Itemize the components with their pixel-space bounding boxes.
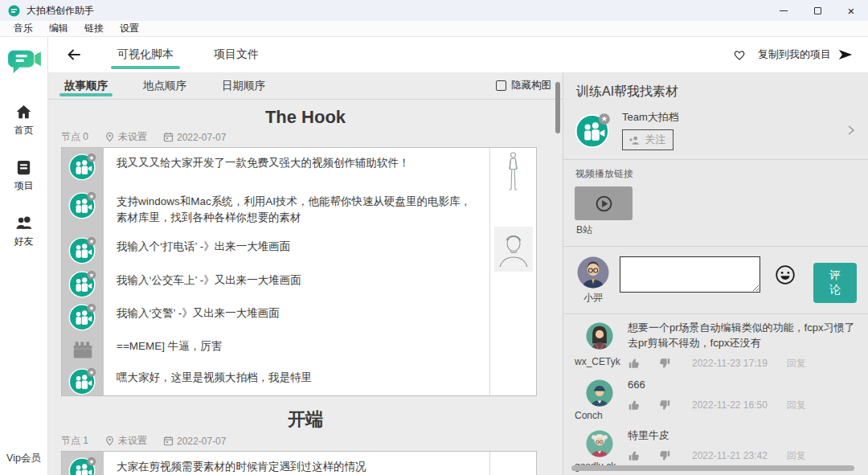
platform-label: B站 (576, 223, 857, 237)
line-avatar-cell (62, 452, 104, 475)
friends-icon (14, 214, 33, 232)
tab-story-order[interactable]: 故事顺序 (64, 72, 108, 99)
line-text: 嘿大家好，这里是视频大拍档，我是特里 (104, 362, 536, 395)
chevron-right-icon[interactable] (845, 123, 857, 137)
minimize-icon (780, 10, 788, 11)
minimize-button[interactable] (767, 0, 800, 21)
commenter-name: Conch (575, 410, 624, 421)
sidebar-item-projects[interactable]: 项目 (14, 158, 34, 193)
sidebar: 首页 项目 好友 Vip会员 (0, 37, 48, 475)
video-links-label: 视频播放链接 (575, 167, 857, 181)
back-button[interactable] (66, 46, 84, 63)
comment-timestamp: 2022-11-21 23:42 (692, 450, 768, 461)
window-controls: × (767, 0, 868, 21)
hide-composition-toggle: 隐藏构图 (496, 79, 551, 92)
reply-link[interactable]: 回复 (787, 357, 806, 371)
sidebar-item-label: 项目 (14, 179, 34, 193)
menu-bar: 音乐 编辑 链接 设置 (0, 21, 868, 37)
location-value: 未设置 (118, 130, 147, 144)
line-text: 大家在剪视频需要素材的时候肯定遇到过这样的情况 (104, 452, 536, 475)
team-avatar-icon (68, 269, 97, 298)
author-row: Team大拍档 关注 (575, 110, 857, 150)
menu-settings[interactable]: 设置 (113, 21, 146, 36)
maximize-button[interactable] (800, 0, 834, 21)
line-text: 我输入‘交警’ -》又出来一大堆画面 (104, 298, 536, 331)
comment-input[interactable] (620, 256, 760, 293)
back-arrow-icon (66, 47, 82, 62)
video-thumbnail[interactable] (575, 186, 633, 220)
team-avatar-icon (68, 190, 97, 219)
team-avatar-icon (68, 302, 97, 331)
app-icon (8, 5, 20, 17)
tab-project-files[interactable]: 项目文件 (214, 37, 259, 72)
comment-timestamp: 2022-11-22 16:50 (692, 399, 768, 411)
composition-sketch-portrait (494, 227, 533, 272)
app-window: 大拍档创作助手 (0, 0, 868, 475)
line-avatar-cell (62, 298, 104, 331)
line-text: 我输入个‘打电话’ -》出来一大堆画面 (104, 231, 536, 265)
author-name: Team大拍档 (622, 110, 679, 125)
commenter-avatar (586, 430, 613, 457)
tab-date-order[interactable]: 日期顺序 (222, 72, 265, 99)
team-avatar-icon (68, 235, 97, 264)
reply-link[interactable]: 回复 (787, 449, 806, 463)
document-icon (14, 158, 33, 177)
play-icon (593, 193, 615, 215)
divider (563, 313, 868, 314)
horizontal-scrollbar-thumb[interactable] (571, 465, 854, 471)
sidebar-item-home[interactable]: 首页 (14, 103, 34, 137)
composition-sketch-standing-figure (504, 151, 522, 196)
section-title: 开端 (48, 407, 563, 432)
vip-member-link[interactable]: Vip会员 (6, 452, 41, 465)
current-user-avatar (577, 256, 609, 289)
menu-link[interactable]: 链接 (77, 21, 111, 36)
script-line: 嘿大家好，这里是视频大拍档，我是特里 (62, 362, 536, 395)
home-icon (14, 103, 33, 121)
hide-composition-label: 隐藏构图 (511, 79, 551, 92)
clapper-icon (71, 338, 95, 362)
emoji-smiley-icon[interactable] (775, 264, 796, 285)
panel-title: 训练AI帮我找素材 (576, 84, 857, 100)
tab-visual-script[interactable]: 可视化脚本 (117, 37, 174, 72)
menu-edit[interactable]: 编辑 (42, 21, 76, 36)
script-section: 开端 节点 1 未设置 2022-07-07 大家在剪视频需要素材的时候肯定遇到… (48, 407, 563, 475)
section-meta: 节点 0 未设置 2022-07-07 (61, 130, 563, 144)
thumb-up-icon[interactable] (628, 449, 641, 462)
vertical-scrollbar-thumb[interactable] (555, 82, 560, 133)
reply-link[interactable]: 回复 (787, 399, 806, 412)
sidebar-item-friends[interactable]: 好友 (14, 214, 34, 248)
comment-item: 想要一个pr场景自动编辑类似的功能，fcpx习惯了去pr剪辑不得劲，fcpx还没… (575, 321, 857, 371)
close-button[interactable]: × (834, 0, 868, 21)
team-avatar-icon[interactable] (575, 112, 612, 149)
favorite-heart-icon[interactable] (732, 47, 747, 62)
comment-submit-button[interactable]: 评论 (813, 263, 857, 303)
sidebar-item-label: 首页 (14, 124, 34, 137)
line-avatar-cell (62, 148, 104, 186)
script-line: ==MEME] 牛逼，厉害 (62, 331, 536, 362)
team-avatar-icon (68, 456, 97, 475)
menu-music[interactable]: 音乐 (6, 21, 40, 36)
commenter-avatar (586, 322, 613, 350)
section-meta: 节点 1 未设置 2022-07-07 (61, 434, 563, 448)
thumb-down-icon[interactable] (658, 449, 671, 462)
tab-location-order[interactable]: 地点顺序 (143, 72, 186, 99)
hide-composition-checkbox[interactable] (496, 80, 506, 91)
date-value: 2022-07-07 (177, 132, 226, 143)
node-label: 节点 1 (61, 434, 88, 448)
thumb-down-icon[interactable] (658, 357, 671, 370)
thumb-down-icon[interactable] (658, 399, 671, 412)
close-icon: × (848, 5, 855, 17)
script-line: 我输入个‘打电话’ -》出来一大堆画面 (62, 231, 536, 265)
copy-to-my-projects-button[interactable]: 复制到我的项目 (758, 47, 854, 63)
thumb-up-icon[interactable] (628, 357, 641, 370)
follow-button[interactable]: 关注 (622, 129, 674, 150)
portrait-sketch-icon (497, 231, 530, 268)
script-line: 大家在剪视频需要素材的时候肯定遇到过这样的情况 (62, 452, 536, 475)
line-avatar-cell (62, 186, 104, 231)
script-section: The Hook 节点 0 未设置 2022-07-07 我又又又给大家开发了一… (48, 107, 563, 396)
divider (563, 246, 868, 247)
thumb-up-icon[interactable] (628, 399, 641, 412)
title-bar: 大拍档创作助手 (0, 0, 868, 21)
line-text: 支持windows和Mac系统，利用AI技术，他能帮你快速从硬盘里的电影库，素材… (104, 186, 536, 231)
line-text: ==MEME] 牛逼，厉害 (104, 331, 536, 362)
